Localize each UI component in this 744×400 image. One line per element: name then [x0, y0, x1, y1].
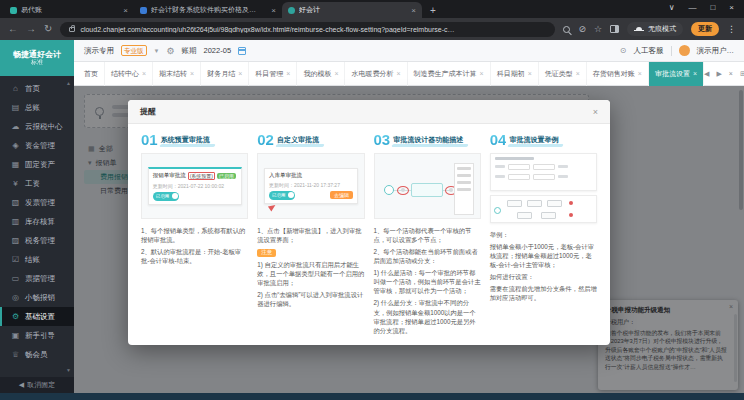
step-text-line: 举例：: [490, 230, 597, 239]
close-tab-icon[interactable]: ×: [238, 70, 242, 77]
sidebar-collapse-button[interactable]: ◀ 取消固定: [0, 377, 74, 393]
workspace-tab[interactable]: 财务月结×: [201, 62, 249, 86]
collapse-arrow-icon: ◀: [19, 381, 24, 389]
content-blocked-icon[interactable]: ⊘: [578, 25, 586, 34]
workspace-tab[interactable]: 凭证类型×: [539, 62, 587, 86]
workspace-tab[interactable]: 水电暖费分析×: [345, 62, 407, 86]
close-tab-icon[interactable]: ×: [638, 70, 642, 77]
step-text-line: 2) 什么是分支：审批流中不同的分支，例如报销单金额1000以内是一个审批流程；…: [374, 298, 481, 335]
tab-scroll-controls: ◀ ▶ × ⊞: [704, 70, 744, 78]
sidebar-item-basic-settings[interactable]: ⚙基础设置: [0, 307, 74, 326]
app-header: 演示专用 专业版 ▼ ⚙ 账期 2022-05 ⊙ 人工客服 演示用户…: [74, 40, 744, 62]
sidebar-scroll-down-icon[interactable]: ▼: [66, 367, 71, 373]
bookmark-star-icon[interactable]: ☆: [594, 25, 602, 34]
workspace-tab[interactable]: 期末结转×: [153, 62, 201, 86]
new-tab-button[interactable]: +: [430, 5, 436, 16]
close-tab-icon[interactable]: ×: [121, 6, 128, 15]
step-description: 1、每个报销单类型，系统都有默认的报销审批流。 2、默认的审批流程是：开始-老板…: [141, 226, 248, 266]
browser-tab-pricing[interactable]: 好会计财务系统软件购买价格及… ×: [134, 2, 282, 18]
window-menu-icon[interactable]: ∨: [669, 3, 675, 12]
incognito-icon: [634, 27, 644, 32]
account-settings-gear-icon[interactable]: ⚙: [166, 46, 174, 56]
workspace-tab-approval-flow-settings[interactable]: 审批流设置×: [649, 62, 704, 86]
chevron-down-icon[interactable]: ▼: [154, 48, 160, 54]
workspace-tab[interactable]: 科目期初×: [491, 62, 539, 86]
red-ellipse-annotation: [397, 186, 409, 195]
step-text-line: 2、每个活动都能在当前环节前面或者后面追加活动或分支：: [374, 247, 481, 265]
flow-activity-node: [411, 183, 443, 197]
browser-menu-icon[interactable]: ⋮: [727, 24, 736, 34]
forward-icon[interactable]: →: [26, 24, 36, 34]
edit-button-depiction: 去编辑: [330, 191, 353, 199]
back-icon[interactable]: ←: [8, 24, 18, 34]
sidebar-item-label: 小畅报销: [25, 293, 55, 303]
workspace-tab[interactable]: 科目管理×: [249, 62, 297, 86]
tab-scroll-right-icon[interactable]: ▶: [716, 70, 721, 78]
sidebar-item-tax[interactable]: ▨税务管理: [0, 231, 74, 250]
close-tab-icon[interactable]: ×: [480, 70, 484, 77]
sidebar-item-label: 税务管理: [25, 236, 55, 246]
sidebar-item-beginner-guide[interactable]: ▣新手引导: [0, 326, 74, 345]
close-tab-icon[interactable]: ×: [190, 70, 194, 77]
support-link[interactable]: 人工客服: [634, 46, 664, 56]
sidebar-item-membership[interactable]: ♕畅会员: [0, 345, 74, 364]
fullscreen-icon[interactable]: ⊞: [740, 70, 744, 78]
workspace-tab-home[interactable]: 首页: [78, 62, 105, 86]
side-panel-icon[interactable]: [610, 25, 619, 33]
close-tab-icon[interactable]: ×: [576, 70, 580, 77]
sidebar-item-funds[interactable]: ◈资金管理: [0, 136, 74, 155]
user-avatar[interactable]: [679, 45, 690, 56]
workspace-tab[interactable]: 我的模板×: [297, 62, 345, 86]
tab-label: 凭证类型: [545, 69, 573, 79]
window-maximize-icon[interactable]: □: [710, 3, 715, 12]
close-tab-icon[interactable]: ×: [693, 70, 697, 77]
close-tab-icon[interactable]: ×: [269, 6, 276, 15]
sidebar-item-general-ledger[interactable]: ▤总账: [0, 98, 74, 117]
tab-label: 科目期初: [497, 69, 525, 79]
sidebar-item-cloud-tax-center[interactable]: ☁云报税中心: [0, 117, 74, 136]
browser-tab-haokuaiji[interactable]: 好会计 ×: [282, 2, 422, 18]
close-tab-icon[interactable]: ×: [142, 70, 146, 77]
tab-scroll-left-icon[interactable]: ◀: [704, 70, 709, 78]
step-setup-example: 04 审批流设置举例: [490, 133, 597, 339]
close-tab-icon[interactable]: ×: [409, 6, 416, 15]
flow-start-node: [384, 185, 394, 195]
window-minimize-icon[interactable]: —: [688, 3, 696, 12]
modal-body: 01 系统预置审批流 报销单审批流 (系统预置) 已启用 更新时间：2021-0…: [128, 124, 610, 345]
close-all-tabs-icon[interactable]: ×: [729, 70, 733, 78]
workspace-tab[interactable]: 存货销售对账×: [587, 62, 649, 86]
sidebar-item-bills[interactable]: ▭票据管理: [0, 269, 74, 288]
account-name[interactable]: 演示专用: [84, 46, 114, 56]
close-tab-icon[interactable]: ×: [528, 70, 532, 77]
sidebar-item-inventory[interactable]: ▥库存核算: [0, 212, 74, 231]
step-designer-features: 03 审批流设计器功能描述: [374, 133, 481, 339]
url-field[interactable]: cloud2.chanjet.com/accounting/uh26t264j5…: [60, 22, 555, 37]
workspace-tab[interactable]: 结转中心×: [105, 62, 153, 86]
close-tab-icon[interactable]: ×: [396, 70, 400, 77]
sidebar-item-closing[interactable]: ☑结账: [0, 250, 74, 269]
sidebar-item-label: 新手引导: [25, 331, 55, 341]
chrome-update-button[interactable]: 更新: [691, 22, 719, 36]
workspace-tab[interactable]: 制造费生产成本计算×: [408, 62, 491, 86]
tab-label: 首页: [84, 69, 98, 79]
sidebar-item-home[interactable]: ⌂首页: [0, 79, 74, 98]
calendar-icon[interactable]: [238, 47, 246, 55]
sidebar-item-invoices[interactable]: ▧发票管理: [0, 193, 74, 212]
user-name[interactable]: 演示用户…: [697, 46, 735, 56]
period-label: 账期: [182, 46, 197, 56]
incognito-label: 无痕模式: [648, 24, 676, 34]
sidebar-scroll-up-icon[interactable]: ▲: [66, 80, 71, 86]
sidebar-item-salary[interactable]: ¥工资: [0, 174, 74, 193]
sidebar-item-reimburse[interactable]: ◎小畅报销: [0, 288, 74, 307]
incognito-badge[interactable]: 无痕模式: [627, 22, 683, 36]
close-tab-icon[interactable]: ×: [286, 70, 290, 77]
sidebar-item-fixed-assets[interactable]: ▦固定资产: [0, 155, 74, 174]
step-text-line: 1、点击【新增审批流】，进入到审批流设置界面；: [257, 226, 364, 244]
zoom-icon[interactable]: [563, 26, 570, 33]
browser-tab-yidaizhang[interactable]: 易代账 ×: [4, 2, 134, 18]
close-modal-icon[interactable]: ×: [593, 107, 598, 117]
period-value[interactable]: 2022-05: [204, 46, 232, 55]
close-tab-icon[interactable]: ×: [334, 70, 338, 77]
window-close-icon[interactable]: ×: [729, 3, 734, 12]
reload-icon[interactable]: ↻: [44, 24, 52, 34]
